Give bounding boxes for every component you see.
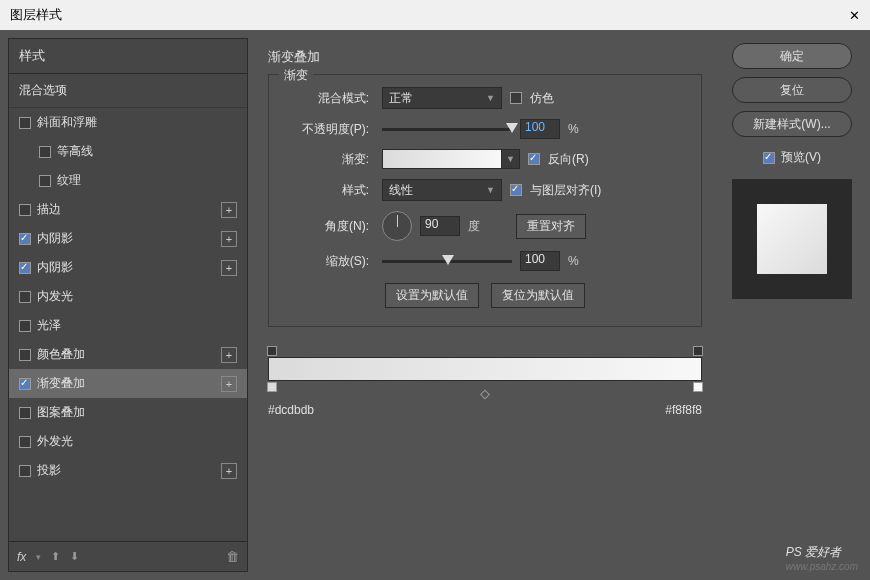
style-label: 纹理 (57, 172, 81, 189)
preview-thumbnail (732, 179, 852, 299)
style-label: 内发光 (37, 288, 73, 305)
style-checkbox[interactable] (39, 175, 51, 187)
make-default-button[interactable]: 设置为默认值 (385, 283, 479, 308)
style-checkbox[interactable] (19, 349, 31, 361)
fieldset-label: 渐变 (279, 67, 313, 84)
style-checkbox[interactable] (19, 117, 31, 129)
opacity-input[interactable]: 100 (520, 119, 560, 139)
opacity-slider[interactable] (382, 128, 512, 131)
style-item-4[interactable]: 内阴影+ (9, 224, 247, 253)
style-checkbox[interactable] (19, 465, 31, 477)
color-stop-right[interactable] (693, 382, 703, 392)
gradient-dropdown[interactable]: ▼ (502, 149, 520, 169)
section-title: 渐变叠加 (268, 48, 702, 66)
style-label: 外发光 (37, 433, 73, 450)
cancel-button[interactable]: 复位 (732, 77, 852, 103)
arrow-up-icon[interactable]: ⬆ (51, 550, 60, 563)
blend-mode-select[interactable]: 正常▼ (382, 87, 502, 109)
style-label: 光泽 (37, 317, 61, 334)
scale-input[interactable]: 100 (520, 251, 560, 271)
align-label: 与图层对齐(I) (530, 182, 601, 199)
color-stop-left[interactable] (267, 382, 277, 392)
align-checkbox[interactable] (510, 184, 522, 196)
style-item-3[interactable]: 描边+ (9, 195, 247, 224)
gradient-label: 渐变: (284, 151, 374, 168)
dither-checkbox[interactable] (510, 92, 522, 104)
angle-unit: 度 (468, 218, 480, 235)
style-item-5[interactable]: 内阴影+ (9, 253, 247, 282)
add-instance-icon[interactable]: + (221, 463, 237, 479)
style-label: 样式: (284, 182, 374, 199)
gradient-picker[interactable] (382, 149, 502, 169)
style-checkbox[interactable] (19, 262, 31, 274)
angle-input[interactable]: 90 (420, 216, 460, 236)
dither-label: 仿色 (530, 90, 554, 107)
style-label: 斜面和浮雕 (37, 114, 97, 131)
reset-default-button[interactable]: 复位为默认值 (491, 283, 585, 308)
preview-checkbox[interactable] (763, 152, 775, 164)
style-checkbox[interactable] (19, 291, 31, 303)
opacity-unit: % (568, 122, 579, 136)
style-item-6[interactable]: 内发光 (9, 282, 247, 311)
add-instance-icon[interactable]: + (221, 231, 237, 247)
opacity-label: 不透明度(P): (284, 121, 374, 138)
chevron-down-icon: ▼ (486, 93, 495, 103)
style-item-2[interactable]: 纹理 (9, 166, 247, 195)
preview-label: 预览(V) (781, 149, 821, 166)
style-checkbox[interactable] (19, 233, 31, 245)
style-checkbox[interactable] (19, 407, 31, 419)
settings-panel: 渐变叠加 渐变 混合模式: 正常▼ 仿色 不透明度(P): 100 % 渐变: (248, 38, 722, 572)
style-checkbox[interactable] (19, 320, 31, 332)
styles-sidebar: 样式 混合选项 斜面和浮雕等高线纹理描边+内阴影+内阴影+内发光光泽颜色叠加+渐… (8, 38, 248, 572)
angle-dial[interactable] (382, 211, 412, 241)
reverse-checkbox[interactable] (528, 153, 540, 165)
close-icon[interactable]: ✕ (849, 8, 860, 23)
trash-icon[interactable]: 🗑 (226, 549, 239, 564)
opacity-stop-left[interactable] (267, 346, 277, 356)
midpoint-icon[interactable] (480, 390, 490, 400)
add-instance-icon[interactable]: + (221, 376, 237, 392)
add-instance-icon[interactable]: + (221, 260, 237, 276)
style-checkbox[interactable] (19, 378, 31, 390)
sidebar-header: 样式 (9, 39, 247, 74)
add-instance-icon[interactable]: + (221, 347, 237, 363)
sidebar-footer: fx ▾ ⬆ ⬇ 🗑 (9, 541, 247, 571)
ok-button[interactable]: 确定 (732, 43, 852, 69)
style-item-12[interactable]: 投影+ (9, 456, 247, 485)
style-item-11[interactable]: 外发光 (9, 427, 247, 456)
style-item-8[interactable]: 颜色叠加+ (9, 340, 247, 369)
opacity-stop-right[interactable] (693, 346, 703, 356)
style-item-9[interactable]: 渐变叠加+ (9, 369, 247, 398)
style-label: 描边 (37, 201, 61, 218)
hex-left: #dcdbdb (268, 403, 314, 417)
style-item-0[interactable]: 斜面和浮雕 (9, 108, 247, 137)
style-label: 渐变叠加 (37, 375, 85, 392)
style-checkbox[interactable] (39, 146, 51, 158)
style-item-1[interactable]: 等高线 (9, 137, 247, 166)
style-label: 图案叠加 (37, 404, 85, 421)
style-label: 颜色叠加 (37, 346, 85, 363)
gradient-editor[interactable]: #dcdbdb #f8f8f8 (268, 357, 702, 417)
action-panel: 确定 复位 新建样式(W)... 预览(V) (722, 38, 862, 572)
style-item-7[interactable]: 光泽 (9, 311, 247, 340)
style-label: 内阴影 (37, 230, 73, 247)
hex-right: #f8f8f8 (665, 403, 702, 417)
reset-align-button[interactable]: 重置对齐 (516, 214, 586, 239)
new-style-button[interactable]: 新建样式(W)... (732, 111, 852, 137)
scale-label: 缩放(S): (284, 253, 374, 270)
style-select[interactable]: 线性▼ (382, 179, 502, 201)
watermark: PS 爱好者 www.psahz.com (786, 538, 858, 572)
angle-label: 角度(N): (284, 218, 374, 235)
style-label: 等高线 (57, 143, 93, 160)
blend-mode-label: 混合模式: (284, 90, 374, 107)
style-checkbox[interactable] (19, 436, 31, 448)
blending-options[interactable]: 混合选项 (9, 74, 247, 108)
scale-slider[interactable] (382, 260, 512, 263)
style-item-10[interactable]: 图案叠加 (9, 398, 247, 427)
arrow-down-icon[interactable]: ⬇ (70, 550, 79, 563)
add-instance-icon[interactable]: + (221, 202, 237, 218)
style-checkbox[interactable] (19, 204, 31, 216)
fx-icon[interactable]: fx (17, 550, 26, 564)
caret-icon: ▾ (36, 552, 41, 562)
style-label: 投影 (37, 462, 61, 479)
